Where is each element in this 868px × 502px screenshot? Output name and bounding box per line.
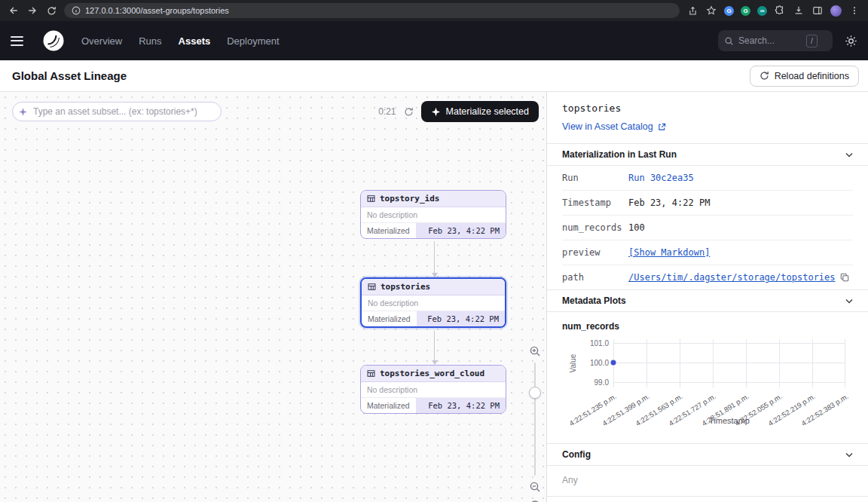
forward-icon[interactable] [26, 5, 38, 17]
refresh-timer: 0:21 [378, 106, 396, 117]
section-type[interactable]: Type [547, 496, 868, 502]
asset-graph-canvas[interactable]: 0:21 Materialize selected topsto [0, 92, 546, 502]
table-row: num_records 100 [562, 216, 853, 240]
plot-title: num_records [562, 321, 853, 332]
y-tick-label: 99.0 [576, 378, 609, 387]
section-title: Metadata Plots [562, 295, 626, 306]
url-text: 127.0.0.1:3000/asset-groups/topstories [85, 6, 229, 15]
zoom-slider-handle[interactable] [529, 387, 541, 399]
app-header: Overview Runs Assets Deployment / [0, 21, 868, 60]
metadata-key: path [562, 272, 628, 283]
show-markdown-link[interactable]: [Show Markdown] [628, 247, 710, 258]
section-title: Materialization in Last Run [562, 149, 677, 160]
nav-item-overview[interactable]: Overview [81, 35, 122, 47]
main-nav: Overview Runs Assets Deployment [81, 35, 280, 47]
graph-filter-icon [18, 106, 28, 120]
nav-item-runs[interactable]: Runs [139, 35, 161, 47]
hamburger-menu-icon[interactable] [11, 31, 30, 51]
chevron-down-icon [845, 152, 853, 158]
side-panel-icon[interactable] [811, 5, 824, 17]
share-icon[interactable] [686, 5, 698, 17]
table-icon [367, 194, 375, 203]
materialized-label: Materialized [361, 223, 416, 238]
extension-icon-1[interactable]: G [724, 6, 734, 16]
path-link[interactable]: /Users/tim/.dagster/storage/topstories [628, 272, 836, 283]
asset-description: No description [361, 382, 506, 397]
asset-node-topstories[interactable]: topstories No description Materialized F… [360, 277, 506, 328]
selected-asset-name: topstories [562, 103, 853, 114]
content: 0:21 Materialize selected topsto [0, 92, 868, 502]
run-link[interactable]: Run 30c2ea35 [628, 173, 694, 183]
materialized-timestamp: Feb 23, 4:22 PM [416, 398, 506, 413]
section-materialization-in-last-run[interactable]: Materialization in Last Run [547, 143, 868, 166]
asset-name: topstories_word_cloud [380, 369, 484, 378]
back-icon[interactable] [8, 5, 20, 17]
search-input[interactable] [738, 35, 802, 46]
config-value: Any [562, 466, 853, 496]
browser-menu-icon[interactable] [848, 5, 860, 17]
plot-area [613, 339, 845, 387]
zoom-out-icon[interactable] [529, 481, 541, 493]
catalog-link-label: View in Asset Catalog [562, 121, 653, 132]
edge-arrow [431, 330, 438, 365]
browser-profile-avatar[interactable] [830, 5, 842, 17]
table-row: Timestamp Feb 23, 4:22 PM [562, 191, 853, 216]
metadata-key: preview [562, 247, 628, 258]
materialize-selected-label: Materialize selected [446, 106, 529, 117]
address-bar[interactable]: 127.0.0.1:3000/asset-groups/topstories [64, 3, 680, 18]
asset-name: topstories [381, 282, 430, 292]
bookmark-star-icon[interactable] [705, 5, 717, 17]
asset-node-topstories-word-cloud[interactable]: topstories_word_cloud No description Mat… [360, 365, 506, 414]
search-icon [724, 36, 734, 46]
screen: 127.0.0.1:3000/asset-groups/topstories G… [0, 0, 868, 502]
asset-subset-input[interactable] [12, 102, 222, 121]
materialize-selected-button[interactable]: Materialize selected [421, 101, 539, 122]
site-info-icon[interactable] [72, 6, 81, 15]
asset-node-header: topstories_word_cloud [361, 366, 506, 382]
zoom-slider[interactable] [527, 363, 543, 476]
graph-refresh-icon[interactable] [404, 107, 414, 117]
metadata-table: Run Run 30c2ea35 Timestamp Feb 23, 4:22 … [562, 166, 853, 290]
metadata-key: Timestamp [562, 197, 628, 208]
table-icon [367, 369, 375, 378]
browser-chrome: 127.0.0.1:3000/asset-groups/topstories G… [0, 0, 868, 21]
asset-details-panel: topstories View in Asset Catalog Materia… [546, 92, 868, 502]
asset-description: No description [362, 295, 505, 311]
metadata-value: Feb 23, 4:22 PM [628, 197, 710, 208]
download-icon[interactable] [793, 5, 805, 17]
settings-gear-icon[interactable] [845, 35, 857, 47]
section-metadata-plots[interactable]: Metadata Plots [547, 289, 868, 312]
reload-definitions-button[interactable]: Reload definitions [750, 66, 859, 87]
asset-node-footer: Materialized Feb 23, 4:22 PM [362, 311, 505, 326]
asset-name: topstory_ids [380, 194, 439, 204]
extension-icon-3[interactable]: ∞ [757, 6, 767, 16]
metadata-key: Run [562, 173, 628, 183]
nav-item-deployment[interactable]: Deployment [227, 35, 279, 47]
asset-subset-filter [12, 102, 222, 121]
extensions-puzzle-icon[interactable] [774, 5, 786, 17]
metadata-value: 100 [628, 222, 645, 233]
global-search[interactable]: / [718, 30, 833, 51]
section-config[interactable]: Config [547, 443, 868, 466]
zoom-in-icon[interactable] [529, 345, 541, 357]
page-title-bar: Global Asset Lineage Reload definitions [0, 60, 868, 92]
reload-definitions-label: Reload definitions [775, 71, 849, 81]
graph-toolbar: 0:21 Materialize selected [12, 101, 539, 122]
metadata-key: num_records [562, 222, 628, 233]
view-in-asset-catalog-link[interactable]: View in Asset Catalog [562, 121, 666, 132]
dagster-logo[interactable] [42, 29, 65, 52]
materialize-star-icon [431, 107, 441, 117]
asset-node-topstory-ids[interactable]: topstory_ids No description Materialized… [360, 190, 506, 239]
asset-description: No description [361, 207, 506, 222]
edge-arrow [431, 241, 438, 277]
reload-icon[interactable] [45, 5, 57, 17]
x-axis-label: Timestamp [613, 416, 845, 425]
data-point[interactable] [611, 360, 616, 366]
nav-item-assets[interactable]: Assets [179, 35, 211, 47]
num-records-chart: Value 101.0 100.0 99.0 [562, 335, 853, 431]
extension-icon-2[interactable]: G [741, 6, 750, 16]
materialized-label: Materialized [361, 398, 416, 413]
materialized-timestamp: Feb 23, 4:22 PM [417, 311, 505, 326]
copy-icon[interactable] [840, 273, 849, 282]
table-icon [368, 283, 376, 291]
